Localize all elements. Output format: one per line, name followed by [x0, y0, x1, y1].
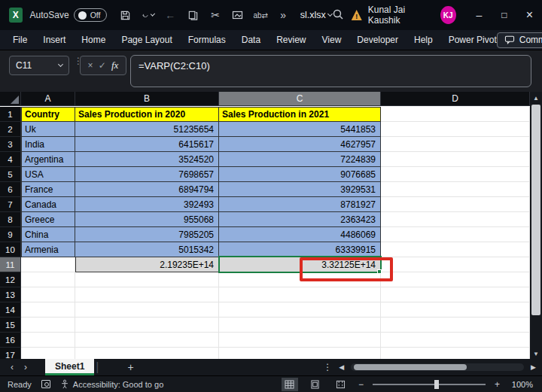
row-header-12[interactable]: 12 — [0, 272, 21, 287]
cell-C5[interactable]: 9076685 — [219, 167, 381, 182]
column-header-A[interactable]: A — [21, 92, 75, 106]
cell-B13[interactable] — [75, 287, 219, 302]
cell-B15[interactable] — [75, 318, 219, 333]
enter-formula-icon[interactable]: ✓ — [99, 60, 106, 71]
add-sheet-button[interactable]: + — [128, 361, 134, 373]
cell-A11[interactable] — [21, 257, 75, 272]
cell-C15[interactable] — [219, 318, 381, 333]
cell-C3[interactable]: 4627957 — [219, 137, 381, 152]
cell-B9[interactable]: 7985205 — [75, 227, 219, 242]
column-header-C[interactable]: C — [219, 92, 381, 106]
scroll-down-icon[interactable]: ▼ — [530, 351, 542, 357]
cell-D1[interactable] — [381, 107, 530, 122]
cell-C6[interactable]: 3929531 — [219, 182, 381, 197]
cell-B12[interactable] — [75, 272, 219, 287]
tab-data[interactable]: Data — [242, 35, 260, 45]
cancel-formula-icon[interactable]: × — [88, 60, 93, 71]
tab-insert[interactable]: Insert — [43, 35, 65, 45]
cell-B14[interactable] — [75, 302, 219, 318]
tab-help[interactable]: Help — [414, 35, 433, 45]
cell-A15[interactable] — [21, 318, 75, 333]
cell-B4[interactable]: 3524520 — [75, 152, 219, 167]
excel-app-icon[interactable]: X — [9, 8, 23, 23]
paste-picture-icon[interactable] — [232, 9, 245, 22]
cell-A10[interactable]: Armenia — [21, 242, 75, 257]
tab-review[interactable]: Review — [276, 35, 306, 45]
cell-A1[interactable]: Country — [21, 107, 75, 122]
cell-B8[interactable]: 955068 — [75, 212, 219, 227]
row-header-17[interactable]: 17 — [0, 348, 21, 359]
vertical-scroll-thumb[interactable] — [531, 105, 540, 315]
cell-D4[interactable] — [381, 152, 530, 167]
row-header-1[interactable]: 1 — [0, 107, 21, 122]
cell-B7[interactable]: 392493 — [75, 197, 219, 212]
cell-C12[interactable] — [219, 272, 381, 287]
cell-B11[interactable]: 2.19235E+14 — [75, 257, 219, 272]
tab-view[interactable]: View — [322, 35, 342, 45]
cell-D16[interactable] — [381, 333, 530, 348]
cell-D8[interactable] — [381, 212, 530, 227]
undo-dropdown-icon[interactable] — [151, 11, 155, 16]
select-all-corner[interactable] — [0, 92, 21, 106]
document-title[interactable]: sl.xlsx — [300, 10, 332, 20]
sheet-nav-left-icon[interactable]: ‹ — [11, 362, 14, 372]
cell-B10[interactable]: 5015342 — [75, 242, 219, 257]
row-header-13[interactable]: 13 — [0, 287, 21, 302]
minimize-button[interactable]: – — [467, 0, 492, 30]
vertical-scrollbar[interactable]: ▲ ▼ — [530, 92, 542, 359]
cell-D17[interactable] — [381, 348, 530, 359]
horizontal-scroll-thumb[interactable] — [354, 364, 467, 370]
cell-C10[interactable]: 63339915 — [219, 242, 381, 257]
cell-A13[interactable] — [21, 287, 75, 302]
cell-D5[interactable] — [381, 167, 530, 182]
cell-C11[interactable]: 3.32125E+14 — [219, 257, 381, 272]
maximize-button[interactable]: □ — [492, 0, 516, 30]
page-layout-view-button[interactable] — [307, 378, 324, 391]
scrollbar-resize-handle[interactable]: ⋮ — [323, 362, 332, 372]
zoom-level[interactable]: 100% — [509, 380, 533, 389]
tab-page-layout[interactable]: Page Layout — [121, 35, 172, 45]
cell-B2[interactable]: 51235654 — [75, 122, 219, 137]
row-header-8[interactable]: 8 — [0, 212, 21, 227]
cell-C7[interactable]: 8781927 — [219, 197, 381, 212]
autosave-control[interactable]: AutoSave Off — [30, 8, 107, 22]
cell-D13[interactable] — [381, 287, 530, 302]
sheet-nav-right-icon[interactable]: › — [24, 362, 27, 372]
formula-input[interactable]: =VARP(C2:C10) — [130, 55, 531, 87]
autosave-toggle[interactable]: Off — [74, 8, 107, 22]
insert-function-icon[interactable]: fx — [111, 59, 118, 71]
cell-D9[interactable] — [381, 227, 530, 242]
account-name[interactable]: Kunal Jai Kaushik — [368, 5, 431, 26]
row-header-14[interactable]: 14 — [0, 302, 21, 318]
copy-icon[interactable] — [187, 9, 199, 22]
cell-B16[interactable] — [75, 333, 219, 348]
cell-C14[interactable] — [219, 302, 381, 318]
cell-B1[interactable]: Sales Production in 2020 — [75, 107, 219, 122]
row-header-15[interactable]: 15 — [0, 318, 21, 333]
row-header-6[interactable]: 6 — [0, 182, 21, 197]
search-icon[interactable] — [332, 8, 344, 23]
tab-developer[interactable]: Developer — [357, 35, 398, 45]
row-header-5[interactable]: 5 — [0, 167, 21, 182]
cell-C1[interactable]: Sales Production in 2021 — [219, 107, 381, 122]
page-break-view-button[interactable] — [333, 378, 349, 391]
tab-home[interactable]: Home — [81, 35, 105, 45]
cell-C8[interactable]: 2363423 — [219, 212, 381, 227]
row-header-9[interactable]: 9 — [0, 227, 21, 242]
cut-icon[interactable]: ✂ — [209, 9, 222, 22]
cell-A5[interactable]: USA — [21, 167, 75, 182]
cell-A14[interactable] — [21, 302, 75, 318]
cell-B6[interactable]: 6894794 — [75, 182, 219, 197]
scroll-up-icon[interactable]: ▲ — [530, 92, 542, 102]
cell-A2[interactable]: Uk — [21, 122, 75, 137]
cell-D15[interactable] — [381, 318, 530, 333]
hscroll-left-icon[interactable]: ◀ — [339, 363, 344, 371]
zoom-slider[interactable] — [373, 384, 486, 385]
cell-D3[interactable] — [381, 137, 530, 152]
row-header-3[interactable]: 3 — [0, 137, 21, 152]
cell-A16[interactable] — [21, 333, 75, 348]
tab-file[interactable]: File — [13, 35, 27, 45]
name-box[interactable]: C11 — [9, 56, 69, 75]
cell-C2[interactable]: 5441853 — [219, 122, 381, 137]
cell-A8[interactable]: Greece — [21, 212, 75, 227]
